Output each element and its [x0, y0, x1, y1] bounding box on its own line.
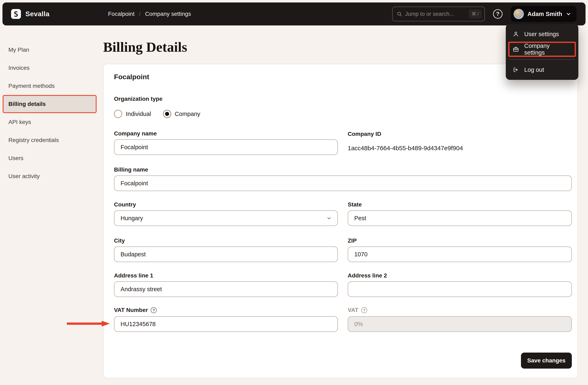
country-value: Hungary	[121, 215, 143, 222]
user-menu-button[interactable]: Adam Smith	[511, 6, 577, 22]
sidebar-item-user-activity[interactable]: User activity	[3, 167, 97, 185]
vat-label-row: VAT ?	[348, 307, 367, 313]
radio-individual[interactable]: Individual	[114, 110, 151, 118]
breadcrumb-page[interactable]: Company settings	[145, 11, 191, 17]
menu-item-label: Log out	[524, 67, 544, 73]
chevron-down-icon	[566, 11, 571, 17]
company-name-input[interactable]	[114, 139, 338, 155]
search-icon	[397, 11, 402, 17]
address-line-2-label: Address line 2	[348, 272, 387, 279]
company-name-label: Company name	[114, 130, 157, 137]
organization-type-radios: Individual Company	[114, 110, 200, 118]
radio-circle-icon	[163, 110, 171, 118]
sidebar-item-billing-details[interactable]: Billing details	[3, 95, 97, 113]
billing-name-input[interactable]	[114, 176, 572, 191]
help-circle-icon[interactable]: ?	[151, 307, 157, 313]
company-id-label: Company ID	[348, 131, 381, 137]
radio-label: Individual	[126, 111, 151, 117]
city-label: City	[114, 237, 125, 244]
vat-number-input[interactable]	[114, 316, 338, 332]
menu-divider	[509, 59, 575, 60]
company-id-value: 1acc48b4-7664-4b55-b489-9d4347e9f904	[348, 145, 463, 152]
menu-item-label: User settings	[524, 31, 559, 38]
briefcase-icon	[513, 46, 519, 52]
sidebar-item-registry-credentials[interactable]: Registry credentials	[3, 131, 97, 149]
vat-number-label-row: VAT Number ?	[114, 307, 157, 313]
brand-name: Sevalla	[25, 10, 49, 18]
sidebar-item-my-plan[interactable]: My Plan	[3, 41, 97, 59]
vat-input	[348, 316, 572, 332]
search-box[interactable]: ⌘ /	[392, 7, 485, 21]
radio-circle-icon	[114, 110, 122, 118]
card-title: Focalpoint	[114, 73, 149, 81]
city-input[interactable]	[114, 247, 338, 262]
user-icon	[513, 31, 519, 37]
page-title: Billing Details	[103, 39, 187, 55]
zip-label: ZIP	[348, 237, 357, 244]
user-name: Adam Smith	[527, 11, 562, 18]
zip-input[interactable]	[348, 247, 572, 262]
state-label: State	[348, 201, 362, 208]
user-dropdown-menu: User settings Company settings Log out	[506, 24, 578, 80]
search-shortcut-badge: ⌘ /	[469, 9, 482, 19]
sidebar-item-users[interactable]: Users	[3, 149, 97, 167]
organization-type-label: Organization type	[114, 96, 162, 102]
address-line-1-label: Address line 1	[114, 272, 153, 279]
menu-item-label: Company settings	[524, 43, 571, 56]
state-input[interactable]	[348, 210, 572, 226]
radio-label: Company	[175, 111, 200, 117]
country-label: Country	[114, 201, 136, 208]
menu-item-log-out[interactable]: Log out	[508, 62, 576, 77]
address-line-1-input[interactable]	[114, 281, 338, 297]
sidebar-item-payment-methods[interactable]: Payment methods	[3, 77, 97, 95]
topbar-right: ⌘ / ? Adam Smith	[392, 2, 577, 25]
sidebar-item-invoices[interactable]: Invoices	[3, 59, 97, 77]
sidebar: My Plan Invoices Payment methods Billing…	[3, 41, 97, 185]
search-input[interactable]	[405, 11, 466, 17]
save-changes-button[interactable]: Save changes	[521, 353, 572, 369]
breadcrumb: Focalpoint / Company settings	[108, 2, 191, 25]
billing-details-card: Focalpoint Organization type Individual …	[103, 64, 578, 378]
breadcrumb-separator: /	[139, 11, 140, 17]
avatar	[514, 9, 524, 19]
logout-icon	[513, 67, 519, 73]
menu-item-user-settings[interactable]: User settings	[508, 26, 576, 42]
country-select[interactable]: Hungary	[114, 210, 338, 226]
help-circle-icon[interactable]: ?	[361, 307, 367, 313]
annotation-arrow	[66, 320, 110, 327]
chevron-down-icon	[326, 215, 332, 221]
breadcrumb-org[interactable]: Focalpoint	[108, 11, 134, 17]
sevalla-logo-icon: S	[11, 9, 21, 19]
help-icon[interactable]: ?	[493, 9, 503, 19]
brand: S Sevalla	[11, 2, 49, 25]
sidebar-item-api-keys[interactable]: API keys	[3, 113, 97, 131]
radio-company[interactable]: Company	[163, 110, 200, 118]
vat-number-label: VAT Number	[114, 307, 148, 313]
menu-item-company-settings[interactable]: Company settings	[508, 42, 576, 57]
address-line-2-input[interactable]	[348, 281, 572, 297]
topbar: S Sevalla Focalpoint / Company settings …	[2, 2, 586, 25]
billing-name-label: Billing name	[114, 166, 148, 173]
vat-label: VAT	[348, 307, 358, 313]
